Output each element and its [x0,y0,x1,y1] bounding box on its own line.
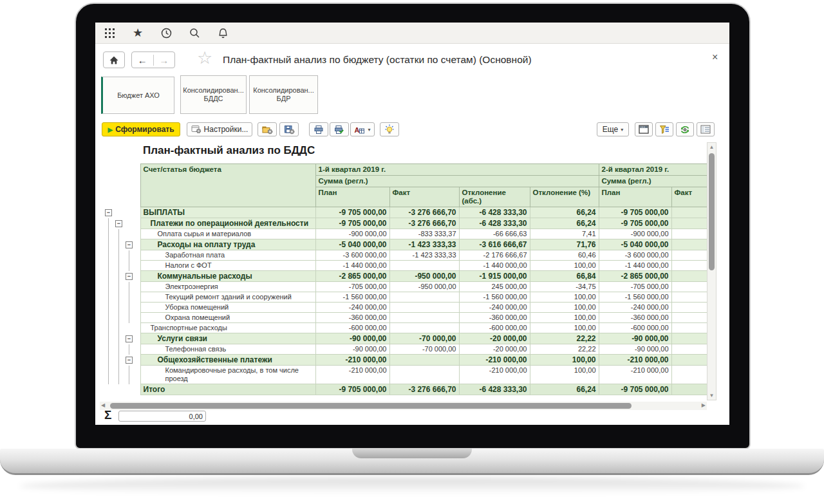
row-value-cell[interactable]: -1 423 333,33 [389,239,459,250]
row-value-cell[interactable]: -1 440 000,00 [459,261,530,271]
horizontal-scroll-thumb[interactable] [110,403,632,409]
row-value-cell[interactable]: -600 000,00 [459,323,530,333]
row-value-cell[interactable]: -240 000,00 [315,303,389,313]
row-value-cell[interactable] [671,344,707,355]
row-name-cell[interactable]: Транспортные расходы [140,323,315,333]
row-name-cell[interactable]: Охрана помещений [140,313,315,323]
row-value-cell[interactable] [671,323,707,333]
row-name-cell[interactable]: Оплата сырья и материалов [140,229,315,239]
print-button[interactable] [309,122,328,136]
row-value-cell[interactable]: -9 705 000,00 [315,207,389,218]
row-value-cell[interactable] [671,271,707,282]
row-value-cell[interactable] [389,313,459,323]
row-value-cell[interactable]: -6 428 333,30 [459,218,530,229]
row-value-cell[interactable]: -5 040 000,00 [315,239,389,250]
row-value-cell[interactable]: -1 423 333,33 [389,250,459,261]
row-value-cell[interactable]: -360 000,00 [315,313,389,323]
row-value-cell[interactable] [671,384,707,395]
row-value-cell[interactable]: -240 000,00 [459,303,530,313]
row-value-cell[interactable] [389,303,459,313]
row-value-cell[interactable] [671,366,707,384]
row-name-cell[interactable]: Общехозяйственные платежи [140,355,315,366]
row-value-cell[interactable]: 100,00 [530,355,599,366]
row-value-cell[interactable]: -833 333,37 [389,229,459,239]
row-value-cell[interactable]: -9 705 000,00 [599,207,671,218]
row-value-cell[interactable]: 7,41 [530,229,599,239]
row-value-cell[interactable]: -2 176 666,67 [459,250,530,261]
history-icon[interactable] [160,26,173,39]
row-value-cell[interactable]: -3 276 666,70 [389,384,459,395]
row-value-cell[interactable]: 66,24 [530,218,599,229]
row-value-cell[interactable]: 100,00 [530,366,599,384]
row-value-cell[interactable]: 245 000,00 [459,282,530,292]
row-value-cell[interactable]: 22,22 [530,344,599,355]
more-button[interactable]: Еще ▾ [597,122,629,136]
row-name-cell[interactable]: Электроэнергия [140,282,315,292]
close-icon[interactable]: × [712,51,718,63]
row-value-cell[interactable]: -6 428 333,30 [459,384,530,395]
row-value-cell[interactable] [671,250,707,261]
row-value-cell[interactable]: 100,00 [530,323,599,333]
row-value-cell[interactable]: -3 600 000,00 [599,250,671,261]
collapse-box[interactable] [115,220,122,227]
row-name-cell[interactable]: Телефонная связь [140,344,315,355]
row-name-cell[interactable]: Платежи по операционной деятельности [140,218,315,229]
row-value-cell[interactable]: -360 000,00 [599,313,671,323]
vertical-scrollbar[interactable]: ▲ ▼ [707,142,716,400]
row-value-cell[interactable]: -2 865 000,00 [599,271,671,282]
row-value-cell[interactable] [671,218,707,229]
row-value-cell[interactable]: -66 666,63 [459,229,530,239]
row-value-cell[interactable]: -70 000,00 [389,344,459,355]
row-value-cell[interactable]: -240 000,00 [599,303,671,313]
search-icon[interactable] [188,26,201,39]
row-value-cell[interactable]: -705 000,00 [599,282,671,292]
row-value-cell[interactable] [671,239,707,250]
row-value-cell[interactable]: 66,24 [530,384,599,395]
scroll-down-icon[interactable]: ▼ [707,393,716,398]
row-value-cell[interactable] [389,366,459,384]
row-value-cell[interactable]: -1 560 000,00 [315,292,389,303]
row-value-cell[interactable] [671,282,707,292]
row-value-cell[interactable]: -210 000,00 [599,355,671,366]
tab-consolidated-bdds[interactable]: Консолидирован... БДДС [180,75,247,114]
row-name-cell[interactable]: Заработная плата [140,250,315,261]
row-value-cell[interactable] [389,355,459,366]
row-value-cell[interactable]: -1 560 000,00 [459,292,530,303]
row-value-cell[interactable]: -90 000,00 [315,333,389,344]
row-value-cell[interactable] [671,303,707,313]
row-value-cell[interactable]: 22,22 [530,333,599,344]
row-value-cell[interactable]: -360 000,00 [459,313,530,323]
row-value-cell[interactable]: -9 705 000,00 [315,384,389,395]
row-value-cell[interactable]: -210 000,00 [599,366,671,384]
row-name-cell[interactable]: Итого [140,384,315,395]
row-value-cell[interactable]: -9 705 000,00 [599,218,671,229]
row-value-cell[interactable] [389,292,459,303]
apps-grid-icon[interactable] [103,26,116,39]
collapse-box[interactable] [126,357,133,364]
row-value-cell[interactable] [671,207,707,218]
row-value-cell[interactable] [389,261,459,271]
row-name-cell[interactable]: Уборка помещений [140,303,315,313]
row-value-cell[interactable]: 71,76 [530,239,599,250]
row-name-cell[interactable]: ВЫПЛАТЫ [140,207,315,218]
hint-button[interactable] [380,122,399,136]
row-value-cell[interactable]: -210 000,00 [459,355,530,366]
collapse-box[interactable] [105,209,112,216]
row-value-cell[interactable]: -900 000,00 [315,229,389,239]
row-value-cell[interactable]: 66,24 [530,207,599,218]
favorites-star-icon[interactable]: ★ [131,26,144,39]
print-preview-button[interactable] [330,122,349,136]
row-value-cell[interactable]: -1 440 000,00 [315,261,389,271]
scroll-right-icon[interactable]: ▶ [702,402,706,408]
report-variants-button[interactable] [258,122,277,136]
row-value-cell[interactable]: -705 000,00 [315,282,389,292]
row-value-cell[interactable]: 60,46 [530,250,599,261]
row-value-cell[interactable]: 100,00 [530,313,599,323]
generate-button[interactable]: ▶ Сформировать [102,122,180,136]
row-value-cell[interactable]: -5 040 000,00 [599,239,671,250]
scroll-up-icon[interactable]: ▲ [707,144,716,150]
row-value-cell[interactable]: -20 000,00 [459,333,530,344]
row-value-cell[interactable]: 100,00 [530,303,599,313]
row-value-cell[interactable]: 100,00 [530,292,599,303]
collapse-box[interactable] [126,335,133,342]
